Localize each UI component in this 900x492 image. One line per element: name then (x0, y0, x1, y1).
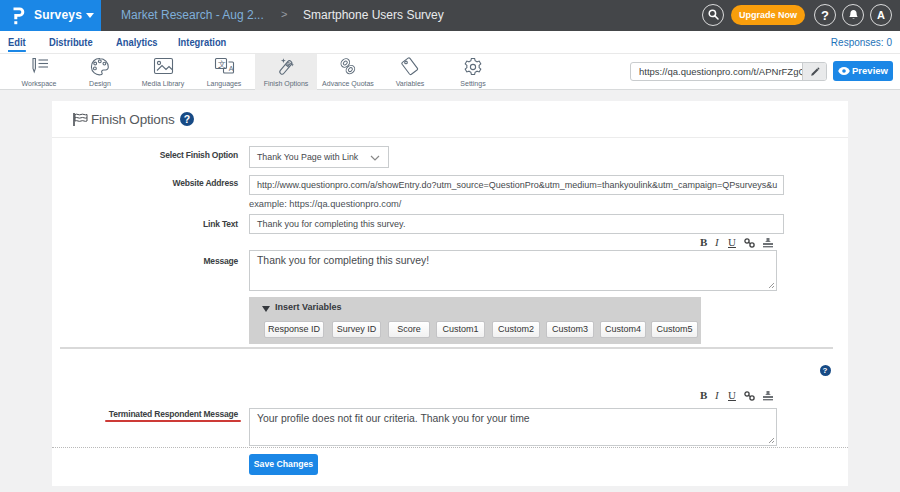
svg-text:文: 文 (218, 60, 226, 69)
svg-text:A: A (228, 65, 233, 72)
